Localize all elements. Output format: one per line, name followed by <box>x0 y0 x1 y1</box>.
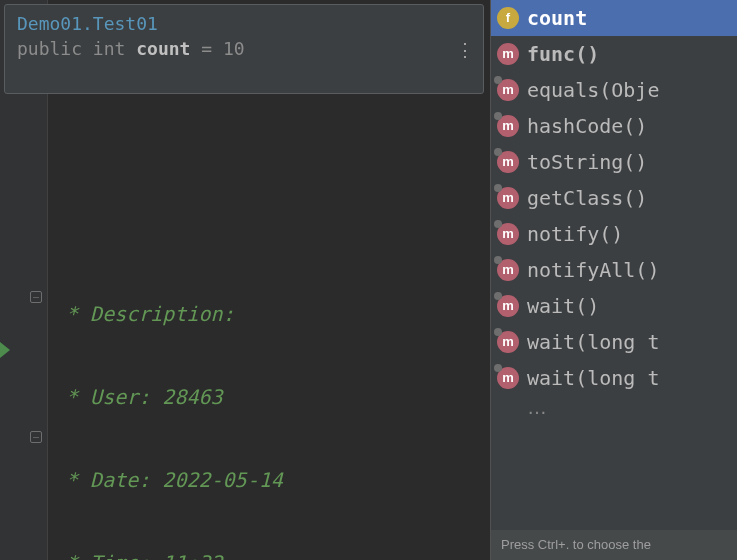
breakpoint-indicator <box>0 342 10 358</box>
completion-item[interactable]: mequals(Obje <box>491 72 737 108</box>
completion-more-indicator: … <box>491 396 737 418</box>
quick-doc-title: Demo01.Test01 <box>17 13 471 34</box>
method-icon: m <box>497 187 519 209</box>
completion-item[interactable]: mwait(long t <box>491 324 737 360</box>
completion-item[interactable]: mtoString() <box>491 144 737 180</box>
method-icon: m <box>497 331 519 353</box>
field-icon: f <box>497 7 519 29</box>
method-icon: m <box>497 367 519 389</box>
javadoc-line: * Time: 11:32 <box>54 546 451 560</box>
quick-doc-signature: public int count = 10 <box>17 38 471 59</box>
completion-item[interactable]: mgetClass() <box>491 180 737 216</box>
completion-popup[interactable]: fcountmfunc()mequals(ObjemhashCode()mtoS… <box>490 0 737 560</box>
method-icon: m <box>497 43 519 65</box>
quick-doc-popup[interactable]: Demo01.Test01 public int count = 10 ⋮ <box>4 4 484 94</box>
completion-item-label: toString() <box>527 144 647 180</box>
completion-item-label: notify() <box>527 216 623 252</box>
completion-item-label: notifyAll() <box>527 252 659 288</box>
completion-item-label: wait() <box>527 288 599 324</box>
completion-hint: Press Ctrl+. to choose the <box>491 530 737 560</box>
javadoc-line: * Date: 2022-05-14 <box>54 463 451 498</box>
more-actions-icon[interactable]: ⋮ <box>456 39 473 60</box>
completion-item-label: equals(Obje <box>527 72 659 108</box>
completion-list[interactable]: fcountmfunc()mequals(ObjemhashCode()mtoS… <box>491 0 737 396</box>
method-icon: m <box>497 295 519 317</box>
method-icon: m <box>497 151 519 173</box>
javadoc-line: * User: 28463 <box>54 380 451 415</box>
javadoc-line: * Description: <box>54 297 451 332</box>
completion-item-label: wait(long t <box>527 324 659 360</box>
method-icon: m <box>497 115 519 137</box>
completion-item[interactable]: mnotifyAll() <box>491 252 737 288</box>
completion-item-label: count <box>527 0 587 36</box>
completion-item[interactable]: mhashCode() <box>491 108 737 144</box>
completion-item[interactable]: mfunc() <box>491 36 737 72</box>
fold-toggle[interactable]: – <box>30 291 42 303</box>
method-icon: m <box>497 223 519 245</box>
completion-item-label: wait(long t <box>527 360 659 396</box>
method-icon: m <box>497 79 519 101</box>
completion-item-label: hashCode() <box>527 108 647 144</box>
fold-toggle[interactable]: – <box>30 431 42 443</box>
completion-item[interactable]: mwait() <box>491 288 737 324</box>
completion-item-label: func() <box>527 36 599 72</box>
completion-item[interactable]: fcount <box>491 0 737 36</box>
completion-item[interactable]: mnotify() <box>491 216 737 252</box>
method-icon: m <box>497 259 519 281</box>
completion-item-label: getClass() <box>527 180 647 216</box>
completion-item[interactable]: mwait(long t <box>491 360 737 396</box>
